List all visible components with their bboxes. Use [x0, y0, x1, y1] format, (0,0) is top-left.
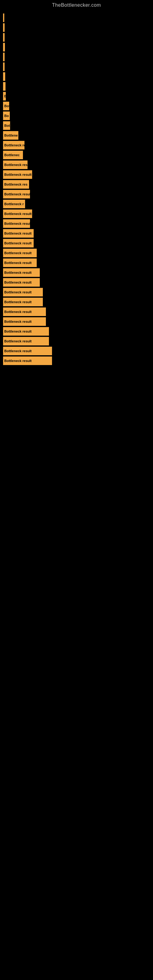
- bar-25: Bottleneck result: [3, 249, 37, 257]
- bar-item: Bottleneck result: [3, 258, 153, 267]
- bar-label-35: Bottleneck result: [4, 349, 32, 353]
- bar-item: Bot: [3, 102, 153, 110]
- bar-24: Bottleneck result: [3, 239, 33, 247]
- bar-label-9: B: [4, 94, 6, 98]
- bar-label-27: Bottleneck result: [4, 271, 32, 274]
- bar-label-34: Bottleneck result: [4, 339, 32, 343]
- bar-10: Bot: [3, 102, 9, 110]
- bar-36: Bottleneck result: [3, 356, 52, 365]
- bar-17: Bottleneck result: [3, 170, 32, 179]
- bar-item: Bottleneck result: [3, 278, 153, 286]
- bar-label-32: Bottleneck result: [4, 320, 32, 323]
- bar-item: Bottleneck res: [3, 180, 153, 189]
- bar-item: Bottleneck result: [3, 288, 153, 296]
- bar-item: [3, 72, 153, 81]
- bar-15: Bottlenec: [3, 151, 23, 159]
- bar-label-14: Bottleneck re: [4, 143, 24, 147]
- bar-7: [3, 72, 5, 81]
- bar-30: Bottleneck result: [3, 298, 43, 306]
- bar-20: Bottleneck r: [3, 200, 25, 208]
- bar-35: Bottleneck result: [3, 347, 52, 355]
- bar-8: [3, 82, 5, 91]
- bar-28: Bottleneck result: [3, 278, 40, 286]
- bar-item: Bottleneck result: [3, 317, 153, 326]
- bar-6: [3, 62, 5, 71]
- bar-1: [3, 13, 4, 22]
- bar-22: Bottleneck resul: [3, 219, 30, 228]
- bar-item: Bottleneck resul: [3, 219, 153, 228]
- bar-item: Bot: [3, 121, 153, 130]
- bar-23: Bottleneck result: [3, 229, 33, 238]
- bar-label-23: Bottleneck result: [4, 232, 32, 235]
- bars-container: BBotBoBotBottleneBottleneck reBottlenecB…: [0, 10, 153, 369]
- bar-4: [3, 43, 5, 51]
- bar-item: Bottleneck r: [3, 200, 153, 208]
- bar-5: [3, 52, 5, 61]
- bar-label-28: Bottleneck result: [4, 280, 32, 284]
- bar-label-17: Bottleneck result: [4, 173, 32, 177]
- bar-label-33: Bottleneck result: [4, 329, 32, 333]
- bar-item: Bo: [3, 111, 153, 120]
- bar-label-11: Bo: [4, 114, 9, 118]
- bar-item: Bottleneck result: [3, 356, 153, 365]
- bar-26: Bottleneck result: [3, 258, 37, 267]
- bar-label-21: Bottleneck result: [4, 212, 32, 216]
- bar-item: [3, 43, 153, 51]
- bar-item: Bottleneck result: [3, 307, 153, 316]
- bar-12: Bot: [3, 121, 10, 130]
- bar-18: Bottleneck res: [3, 180, 29, 189]
- bar-label-12: Bot: [4, 124, 10, 127]
- bar-27: Bottleneck result: [3, 268, 40, 277]
- bar-label-29: Bottleneck result: [4, 290, 32, 294]
- bar-9: B: [3, 92, 6, 100]
- bar-item: Bottleneck re: [3, 141, 153, 150]
- bar-item: Bottleneck result: [3, 337, 153, 345]
- bar-label-15: Bottlenec: [4, 153, 19, 157]
- bar-33: Bottleneck result: [3, 327, 49, 336]
- bar-label-36: Bottleneck result: [4, 359, 32, 363]
- bar-29: Bottleneck result: [3, 288, 43, 296]
- bar-item: [3, 62, 153, 71]
- site-title: TheBottlenecker.com: [0, 0, 153, 10]
- bar-label-24: Bottleneck result: [4, 241, 32, 245]
- bar-item: Bottleneck result: [3, 249, 153, 257]
- bar-16: Bottleneck res: [3, 161, 27, 169]
- bar-label-10: Bot: [4, 104, 9, 108]
- bar-label-22: Bottleneck resul: [4, 222, 30, 225]
- bar-item: Bottleneck result: [3, 327, 153, 336]
- bar-item: Bottleneck result: [3, 210, 153, 218]
- bar-item: Bottleneck resul: [3, 190, 153, 199]
- bar-item: [3, 33, 153, 41]
- bar-label-30: Bottleneck result: [4, 300, 32, 304]
- bar-14: Bottleneck re: [3, 141, 24, 150]
- bar-item: B: [3, 92, 153, 100]
- bar-label-19: Bottleneck resul: [4, 192, 30, 196]
- bar-item: Bottleneck result: [3, 170, 153, 179]
- bar-item: [3, 52, 153, 61]
- bar-21: Bottleneck result: [3, 210, 32, 218]
- bar-label-26: Bottleneck result: [4, 261, 32, 265]
- bar-3: [3, 33, 5, 41]
- bar-item: Bottleneck result: [3, 347, 153, 355]
- bar-label-18: Bottleneck res: [4, 183, 27, 186]
- bar-item: Bottlene: [3, 131, 153, 140]
- bar-label-25: Bottleneck result: [4, 251, 32, 255]
- bar-item: [3, 13, 153, 22]
- bar-item: [3, 23, 153, 32]
- bar-13: Bottlene: [3, 131, 18, 140]
- bar-31: Bottleneck result: [3, 307, 46, 316]
- bar-item: Bottleneck res: [3, 161, 153, 169]
- bar-item: [3, 82, 153, 91]
- bar-11: Bo: [3, 111, 10, 120]
- bar-item: Bottleneck result: [3, 268, 153, 277]
- bar-item: Bottlenec: [3, 151, 153, 159]
- bar-item: Bottleneck result: [3, 239, 153, 247]
- bar-item: Bottleneck result: [3, 298, 153, 306]
- bar-label-16: Bottleneck res: [4, 163, 27, 167]
- bar-32: Bottleneck result: [3, 317, 46, 326]
- bar-19: Bottleneck resul: [3, 190, 30, 199]
- bar-item: Bottleneck result: [3, 229, 153, 238]
- bar-34: Bottleneck result: [3, 337, 49, 345]
- bar-label-20: Bottleneck r: [4, 202, 24, 206]
- bar-label-13: Bottlene: [4, 134, 18, 137]
